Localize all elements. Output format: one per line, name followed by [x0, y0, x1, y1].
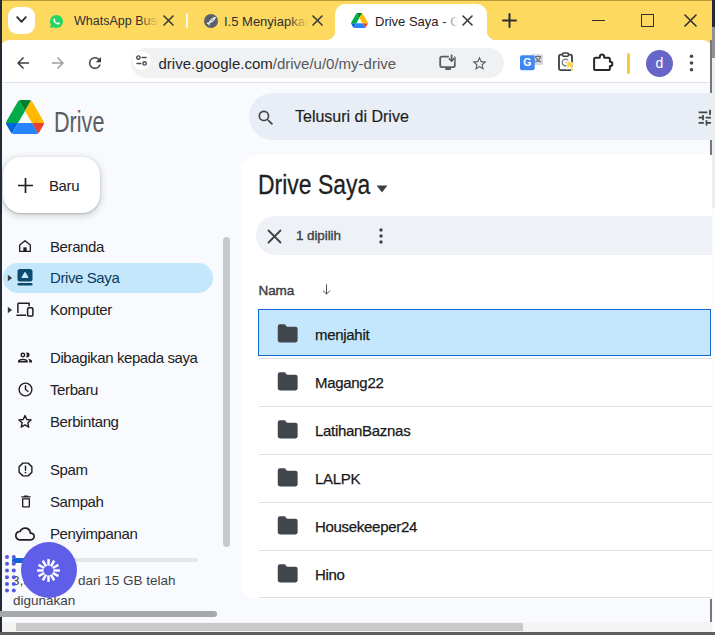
svg-text:G: G [523, 56, 531, 68]
